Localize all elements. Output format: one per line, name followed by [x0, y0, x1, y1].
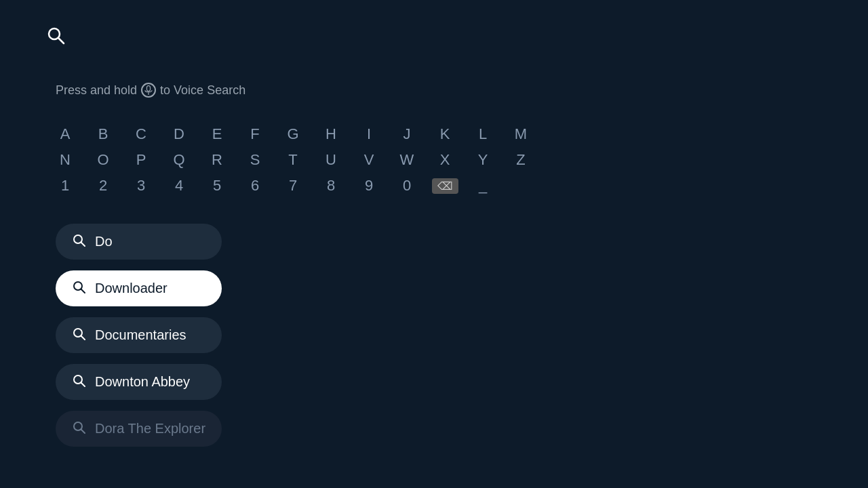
key-E[interactable]: E	[208, 125, 226, 143]
key-F[interactable]: F	[245, 125, 264, 143]
keyboard-row-1: A B C D E F G H I J K L M	[56, 125, 530, 143]
voice-search-hint: Press and hold to Voice Search	[56, 83, 245, 98]
key-8[interactable]: 8	[321, 177, 340, 195]
key-H[interactable]: H	[321, 125, 340, 143]
key-W[interactable]: W	[397, 151, 416, 169]
suggestion-do[interactable]: Do	[56, 224, 222, 260]
suggestion-label-4: Dora The Explorer	[95, 421, 205, 436]
key-9[interactable]: 9	[359, 177, 378, 195]
suggestion-label-2: Documentaries	[95, 327, 186, 343]
voice-hint-prefix: Press and hold	[56, 83, 137, 98]
suggestion-search-icon-2	[72, 327, 85, 344]
svg-line-1	[58, 38, 64, 43]
key-7[interactable]: 7	[283, 177, 302, 195]
svg-line-13	[81, 430, 85, 434]
key-G[interactable]: G	[283, 125, 302, 143]
key-U[interactable]: U	[321, 151, 340, 169]
key-1[interactable]: 1	[56, 177, 75, 195]
key-V[interactable]: V	[359, 151, 378, 169]
suggestion-search-icon-1	[72, 280, 85, 297]
voice-hint-suffix: to Voice Search	[160, 83, 245, 98]
key-2[interactable]: 2	[94, 177, 113, 195]
suggestion-search-icon-3	[72, 373, 85, 390]
suggestion-dora-the-explorer[interactable]: Dora The Explorer	[56, 411, 222, 447]
key-space[interactable]: _	[473, 177, 492, 195]
key-C[interactable]: C	[132, 125, 151, 143]
key-D[interactable]: D	[170, 125, 189, 143]
suggestion-documentaries[interactable]: Documentaries	[56, 317, 222, 353]
svg-line-7	[81, 289, 85, 293]
key-0[interactable]: 0	[397, 177, 416, 195]
key-S[interactable]: S	[245, 151, 264, 169]
backspace-symbol: ⌫	[432, 178, 458, 194]
key-4[interactable]: 4	[170, 177, 189, 195]
keyboard-grid: A B C D E F G H I J K L M N O P Q R S T …	[56, 125, 530, 203]
key-N[interactable]: N	[56, 151, 75, 169]
key-backspace[interactable]: ⌫	[435, 177, 454, 195]
suggestion-downloader[interactable]: Downloader	[56, 270, 222, 306]
key-R[interactable]: R	[208, 151, 226, 169]
keyboard-row-3: 1 2 3 4 5 6 7 8 9 0 ⌫ _	[56, 177, 530, 195]
key-6[interactable]: 6	[245, 177, 264, 195]
suggestion-label-1: Downloader	[95, 281, 167, 296]
key-Y[interactable]: Y	[473, 151, 492, 169]
suggestion-search-icon-4	[72, 420, 85, 437]
search-icon-header	[46, 26, 65, 49]
key-X[interactable]: X	[435, 151, 454, 169]
key-P[interactable]: P	[132, 151, 151, 169]
keyboard-row-2: N O P Q R S T U V W X Y Z	[56, 151, 530, 169]
key-Q[interactable]: Q	[170, 151, 189, 169]
suggestion-label-0: Do	[95, 234, 113, 249]
key-L[interactable]: L	[473, 125, 492, 143]
svg-line-9	[81, 336, 85, 340]
key-T[interactable]: T	[283, 151, 302, 169]
key-M[interactable]: M	[511, 125, 530, 143]
mic-icon	[141, 83, 156, 98]
suggestions-list: Do Downloader Documentaries Downton Abbe…	[56, 224, 222, 447]
key-3[interactable]: 3	[132, 177, 151, 195]
key-I[interactable]: I	[359, 125, 378, 143]
key-K[interactable]: K	[435, 125, 454, 143]
key-O[interactable]: O	[94, 151, 113, 169]
svg-rect-2	[147, 86, 151, 92]
suggestion-search-icon-0	[72, 233, 85, 250]
key-Z[interactable]: Z	[511, 151, 530, 169]
key-J[interactable]: J	[397, 125, 416, 143]
suggestion-downton-abbey[interactable]: Downton Abbey	[56, 364, 222, 400]
key-B[interactable]: B	[94, 125, 113, 143]
key-5[interactable]: 5	[208, 177, 226, 195]
svg-line-5	[81, 243, 85, 247]
svg-line-11	[81, 383, 85, 387]
suggestion-label-3: Downton Abbey	[95, 374, 190, 390]
key-A[interactable]: A	[56, 125, 75, 143]
